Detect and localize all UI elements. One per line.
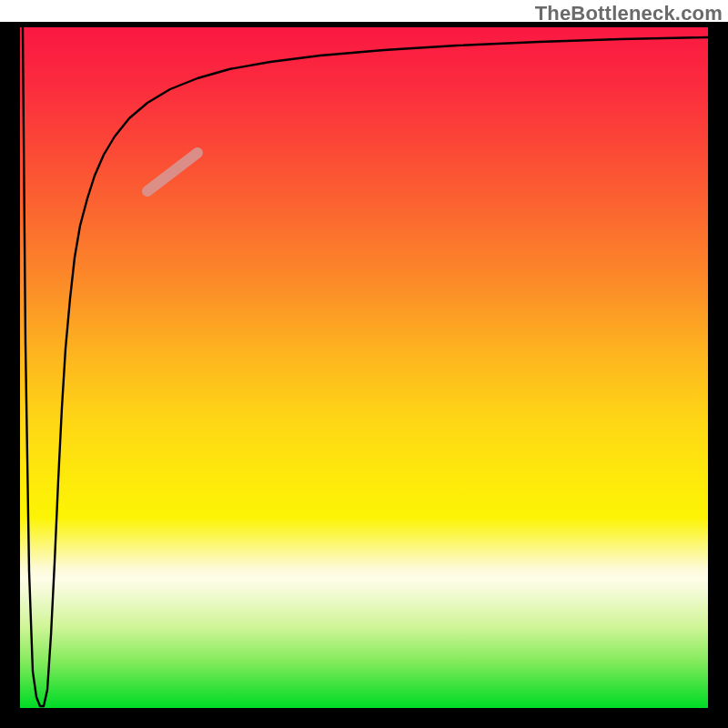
curve-svg [20,27,708,708]
highlight-segment [147,153,197,191]
plot-border [0,22,728,728]
watermark-text: TheBottleneck.com [535,2,723,25]
chart-frame: TheBottleneck.com [0,0,728,728]
bottleneck-curve [23,27,708,706]
plot-area [20,27,708,708]
